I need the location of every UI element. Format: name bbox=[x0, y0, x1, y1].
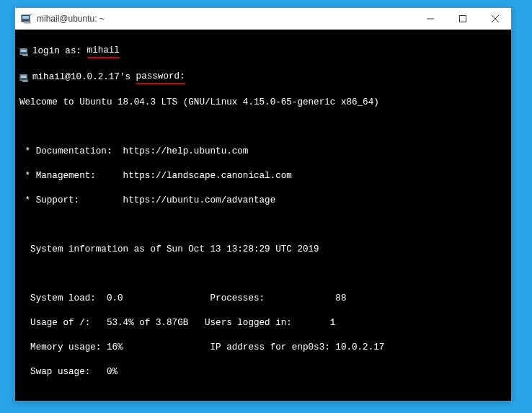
password-host: mihail@10.0.2.17's bbox=[32, 71, 136, 84]
svg-rect-13 bbox=[22, 80, 27, 81]
title-bar[interactable]: mihail@ubuntu: ~ bbox=[15, 8, 511, 30]
sysinfo-row: Memory usage: 16% IP address for enp0s3:… bbox=[19, 342, 507, 354]
minimize-button[interactable] bbox=[414, 8, 446, 30]
svg-rect-5 bbox=[459, 16, 466, 22]
terminal-icon bbox=[19, 47, 30, 57]
svg-rect-9 bbox=[21, 49, 27, 52]
support-link: * Support: https://ubuntu.com/advantage bbox=[19, 195, 507, 207]
putty-icon bbox=[21, 13, 32, 25]
svg-rect-12 bbox=[21, 75, 27, 78]
login-as-label: login as: bbox=[32, 45, 87, 58]
window-controls bbox=[414, 8, 511, 30]
login-line: login as: mihail bbox=[19, 45, 507, 58]
putty-window: mihail@ubuntu: ~ login as: mihail mihail… bbox=[14, 7, 512, 401]
mgmt-link: * Management: https://landscape.canonica… bbox=[19, 170, 507, 182]
password-line: mihail@10.0.2.17's password: bbox=[19, 71, 507, 84]
close-icon bbox=[492, 15, 499, 22]
password-label: password: bbox=[136, 71, 185, 84]
svg-rect-1 bbox=[22, 16, 29, 19]
sysinfo-row: Usage of /: 53.4% of 3.87GB Users logged… bbox=[19, 317, 507, 329]
sysinfo-row: System load: 0.0 Processes: 88 bbox=[19, 293, 507, 305]
doc-link: * Documentation: https://help.ubuntu.com bbox=[19, 146, 507, 158]
maximize-button[interactable] bbox=[446, 8, 479, 30]
minimize-icon bbox=[427, 15, 434, 22]
terminal-area[interactable]: login as: mihail mihail@10.0.2.17's pass… bbox=[15, 30, 511, 401]
window-title: mihail@ubuntu: ~ bbox=[37, 14, 414, 24]
svg-rect-2 bbox=[25, 22, 30, 23]
maximize-icon bbox=[459, 15, 466, 22]
svg-rect-10 bbox=[22, 54, 27, 55]
sysinfo-row: Swap usage: 0% bbox=[19, 366, 507, 378]
close-button[interactable] bbox=[479, 8, 511, 30]
welcome-line: Welcome to Ubuntu 18.04.3 LTS (GNU/Linux… bbox=[19, 97, 507, 109]
terminal-icon bbox=[19, 73, 30, 83]
sysinfo-header: System information as of Sun Oct 13 13:2… bbox=[19, 244, 507, 256]
login-username: mihail bbox=[87, 45, 120, 58]
